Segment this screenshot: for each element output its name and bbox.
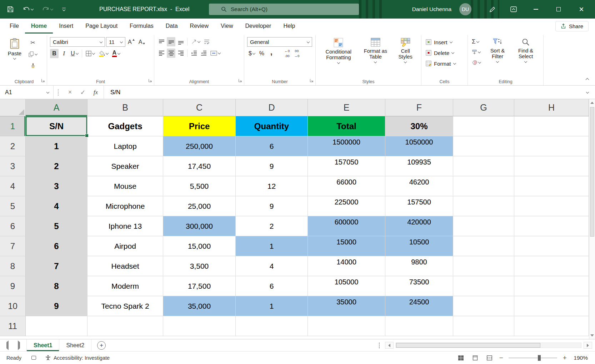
row-header-10[interactable]: 10 <box>0 296 26 316</box>
maximize-button[interactable] <box>547 0 570 19</box>
column-header-F[interactable]: F <box>385 99 453 116</box>
row-header-1[interactable]: 1 <box>0 116 26 136</box>
cell-B4[interactable]: Mouse <box>88 176 163 196</box>
cell-A9[interactable]: 8 <box>26 276 88 296</box>
cell-E10[interactable]: 35000 <box>308 296 385 316</box>
row-header-8[interactable]: 8 <box>0 256 26 276</box>
cell-D4[interactable]: 12 <box>236 176 308 196</box>
cell-D2[interactable]: 6 <box>236 136 308 156</box>
scroll-down-button[interactable] <box>589 332 595 339</box>
vertical-scroll-track[interactable] <box>589 237 595 332</box>
column-header-G[interactable]: G <box>453 99 514 116</box>
font-size-select[interactable]: 11 <box>106 37 125 47</box>
tab-formulas[interactable]: Formulas <box>124 19 160 34</box>
normal-view-button[interactable] <box>454 353 468 363</box>
row-header-4[interactable]: 4 <box>0 176 26 196</box>
cell-E6[interactable]: 600000 <box>308 216 385 236</box>
row-header-2[interactable]: 2 <box>0 136 26 156</box>
find-select-button[interactable]: Find & Select <box>511 36 540 62</box>
cell-A7[interactable]: 6 <box>26 236 88 256</box>
page-layout-view-button[interactable] <box>468 353 482 363</box>
prev-sheet-button[interactable] <box>6 342 9 349</box>
tab-file[interactable]: File <box>4 19 25 34</box>
cell-C11[interactable] <box>163 316 236 336</box>
cell-D6[interactable]: 2 <box>236 216 308 236</box>
cell-E4[interactable]: 66000 <box>308 176 385 196</box>
format-as-table-button[interactable]: Format as Table <box>359 36 393 63</box>
cell-C10[interactable]: 35,000 <box>163 296 236 316</box>
row-header-11[interactable]: 11 <box>0 316 26 336</box>
zoom-slider[interactable] <box>509 358 557 358</box>
fill-color-button[interactable] <box>97 49 110 58</box>
cell-G11[interactable] <box>453 316 514 336</box>
cell-B10[interactable]: Tecno Spark 2 <box>88 296 163 316</box>
next-sheet-button[interactable] <box>18 342 20 349</box>
column-header-A[interactable]: A <box>26 99 88 116</box>
cell-F6[interactable]: 420000 <box>385 216 453 236</box>
cell-E7[interactable]: 15000 <box>308 236 385 256</box>
page-break-view-button[interactable] <box>482 353 496 363</box>
cell-styles-button[interactable]: Cell Styles <box>392 36 418 63</box>
delete-cells-button[interactable]: Delete <box>424 48 465 57</box>
insert-cells-button[interactable]: Insert <box>424 37 465 47</box>
top-align-button[interactable] <box>157 37 166 46</box>
cell-F9[interactable]: 73500 <box>385 276 453 296</box>
insert-function-button[interactable]: fx <box>89 89 102 96</box>
wrap-text-button[interactable] <box>202 37 211 46</box>
close-button[interactable]: × <box>570 0 593 19</box>
macro-record-button[interactable] <box>31 356 36 360</box>
scroll-up-button[interactable] <box>589 99 595 106</box>
cell-D1[interactable]: Quantity <box>236 116 308 136</box>
clipboard-dialog-launcher[interactable] <box>41 77 45 84</box>
cell-G2[interactable] <box>453 136 514 156</box>
tab-developer[interactable]: Developer <box>239 19 277 34</box>
zoom-out-button[interactable]: − <box>496 354 506 362</box>
new-sheet-button[interactable]: + <box>97 341 106 350</box>
copy-button[interactable] <box>27 50 39 59</box>
cell-H7[interactable] <box>514 236 589 256</box>
comma-style-button[interactable]: , <box>267 49 276 58</box>
cell-G8[interactable] <box>453 256 514 276</box>
cell-C3[interactable]: 17,450 <box>163 156 236 176</box>
align-left-button[interactable] <box>157 49 166 58</box>
tab-view[interactable]: View <box>215 19 239 34</box>
undo-button[interactable] <box>23 7 33 12</box>
alignment-dialog-launcher[interactable] <box>238 77 242 84</box>
cell-F4[interactable]: 46200 <box>385 176 453 196</box>
cell-H11[interactable] <box>514 316 589 336</box>
collapse-ribbon-button[interactable] <box>586 76 589 82</box>
bold-button[interactable]: B <box>50 49 59 58</box>
name-box[interactable]: A1 <box>0 86 54 99</box>
column-header-C[interactable]: C <box>163 99 236 116</box>
increase-font-size-button[interactable]: A <box>126 37 136 47</box>
formula-bar-expand-button[interactable] <box>580 92 595 93</box>
cell-D5[interactable]: 9 <box>236 196 308 216</box>
clear-button[interactable] <box>471 58 482 67</box>
accounting-format-button[interactable]: $ <box>247 49 256 58</box>
tab-insert[interactable]: Insert <box>53 19 79 34</box>
cell-C2[interactable]: 250,000 <box>163 136 236 156</box>
format-cells-button[interactable]: Format <box>424 59 465 68</box>
cell-E11[interactable] <box>308 316 385 336</box>
horizontal-scrollbar[interactable] <box>396 343 581 348</box>
cell-C9[interactable]: 17,500 <box>163 276 236 296</box>
cell-B5[interactable]: Microphone <box>88 196 163 216</box>
cell-H3[interactable] <box>514 156 589 176</box>
search-box[interactable]: Search (Alt+Q) <box>209 4 359 15</box>
sheet-tab-sheet1[interactable]: Sheet1 <box>26 339 59 351</box>
cell-B2[interactable]: Laptop <box>88 136 163 156</box>
cell-C8[interactable]: 3,500 <box>163 256 236 276</box>
decrease-font-size-button[interactable]: A <box>137 37 147 47</box>
column-header-B[interactable]: B <box>88 99 163 116</box>
cell-G7[interactable] <box>453 236 514 256</box>
cell-A10[interactable]: 9 <box>26 296 88 316</box>
scroll-left-button[interactable] <box>385 342 394 349</box>
cell-F5[interactable]: 157500 <box>385 196 453 216</box>
cell-G1[interactable] <box>453 116 514 136</box>
share-button[interactable]: Share <box>555 21 589 31</box>
tab-scroll-splitter[interactable] <box>379 343 380 348</box>
formula-input[interactable]: S/N <box>105 89 580 96</box>
cell-G6[interactable] <box>453 216 514 236</box>
cell-F11[interactable] <box>385 316 453 336</box>
customize-quick-access-button[interactable] <box>62 8 66 11</box>
